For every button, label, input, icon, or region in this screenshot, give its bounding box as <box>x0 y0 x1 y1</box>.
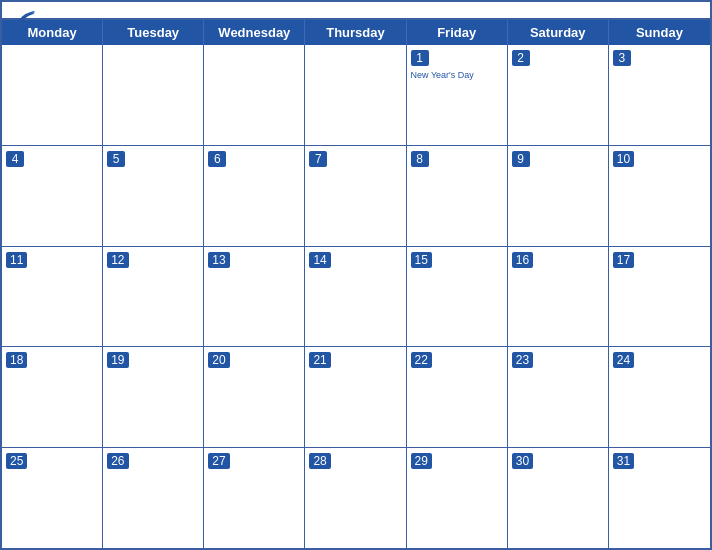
calendar-cell-26: 26 <box>103 448 204 548</box>
week-row-2: 45678910 <box>2 146 710 247</box>
calendar-cell-29: 29 <box>407 448 508 548</box>
holiday-label: New Year's Day <box>411 70 503 81</box>
week-row-4: 18192021222324 <box>2 347 710 448</box>
cell-number: 18 <box>6 352 27 368</box>
cell-number: 30 <box>512 453 533 469</box>
calendar-cell-22: 22 <box>407 347 508 447</box>
calendar-cell-11: 11 <box>2 247 103 347</box>
cell-number: 27 <box>208 453 229 469</box>
week-row-5: 25262728293031 <box>2 448 710 548</box>
calendar-cell-14: 14 <box>305 247 406 347</box>
cell-number: 7 <box>309 151 327 167</box>
day-headers-row: MondayTuesdayWednesdayThursdayFridaySatu… <box>2 20 710 45</box>
calendar-cell-20: 20 <box>204 347 305 447</box>
cell-number: 15 <box>411 252 432 268</box>
calendar-cell-8: 8 <box>407 146 508 246</box>
cell-number: 13 <box>208 252 229 268</box>
cell-number: 2 <box>512 50 530 66</box>
calendar-cell-9: 9 <box>508 146 609 246</box>
day-header-wednesday: Wednesday <box>204 20 305 45</box>
week-row-3: 11121314151617 <box>2 247 710 348</box>
calendar-cell-21: 21 <box>305 347 406 447</box>
cell-number: 29 <box>411 453 432 469</box>
cell-number: 11 <box>6 252 27 268</box>
calendar-cell-3: 3 <box>609 45 710 145</box>
cell-number: 3 <box>613 50 631 66</box>
calendar-cell-23: 23 <box>508 347 609 447</box>
calendar-cell-empty-0-3 <box>305 45 406 145</box>
cell-number: 4 <box>6 151 24 167</box>
calendar-cell-2: 2 <box>508 45 609 145</box>
calendar-cell-25: 25 <box>2 448 103 548</box>
cell-number: 8 <box>411 151 429 167</box>
cell-number: 21 <box>309 352 330 368</box>
cell-number: 20 <box>208 352 229 368</box>
calendar-cell-31: 31 <box>609 448 710 548</box>
cell-number: 9 <box>512 151 530 167</box>
cell-number: 28 <box>309 453 330 469</box>
day-header-thursday: Thursday <box>305 20 406 45</box>
cell-number: 19 <box>107 352 128 368</box>
cell-number: 26 <box>107 453 128 469</box>
logo-bird-icon <box>18 10 36 24</box>
logo <box>18 10 38 24</box>
day-header-sunday: Sunday <box>609 20 710 45</box>
day-header-saturday: Saturday <box>508 20 609 45</box>
calendar-cell-28: 28 <box>305 448 406 548</box>
calendar-cell-24: 24 <box>609 347 710 447</box>
calendar-cell-13: 13 <box>204 247 305 347</box>
calendar-cell-18: 18 <box>2 347 103 447</box>
week-row-1: 1New Year's Day23 <box>2 45 710 146</box>
calendar-cell-30: 30 <box>508 448 609 548</box>
calendar-cell-27: 27 <box>204 448 305 548</box>
cell-number: 16 <box>512 252 533 268</box>
calendar-cell-4: 4 <box>2 146 103 246</box>
cell-number: 1 <box>411 50 429 66</box>
calendar-page: MondayTuesdayWednesdayThursdayFridaySatu… <box>0 0 712 550</box>
cell-number: 5 <box>107 151 125 167</box>
calendar-cell-5: 5 <box>103 146 204 246</box>
calendar-cell-19: 19 <box>103 347 204 447</box>
logo-blue-text <box>18 10 38 24</box>
calendar-grid: MondayTuesdayWednesdayThursdayFridaySatu… <box>2 18 710 548</box>
calendar-header <box>2 2 710 18</box>
cell-number: 22 <box>411 352 432 368</box>
calendar-cell-7: 7 <box>305 146 406 246</box>
cell-number: 12 <box>107 252 128 268</box>
calendar-cell-1: 1New Year's Day <box>407 45 508 145</box>
calendar-cell-empty-0-1 <box>103 45 204 145</box>
calendar-cell-6: 6 <box>204 146 305 246</box>
cell-number: 23 <box>512 352 533 368</box>
day-header-tuesday: Tuesday <box>103 20 204 45</box>
cell-number: 14 <box>309 252 330 268</box>
cell-number: 31 <box>613 453 634 469</box>
cell-number: 24 <box>613 352 634 368</box>
weeks-container: 1New Year's Day2345678910111213141516171… <box>2 45 710 548</box>
cell-number: 10 <box>613 151 634 167</box>
cell-number: 6 <box>208 151 226 167</box>
cell-number: 25 <box>6 453 27 469</box>
calendar-cell-15: 15 <box>407 247 508 347</box>
day-header-friday: Friday <box>407 20 508 45</box>
calendar-cell-empty-0-0 <box>2 45 103 145</box>
calendar-cell-17: 17 <box>609 247 710 347</box>
calendar-cell-10: 10 <box>609 146 710 246</box>
calendar-cell-empty-0-2 <box>204 45 305 145</box>
cell-number: 17 <box>613 252 634 268</box>
calendar-cell-12: 12 <box>103 247 204 347</box>
calendar-cell-16: 16 <box>508 247 609 347</box>
